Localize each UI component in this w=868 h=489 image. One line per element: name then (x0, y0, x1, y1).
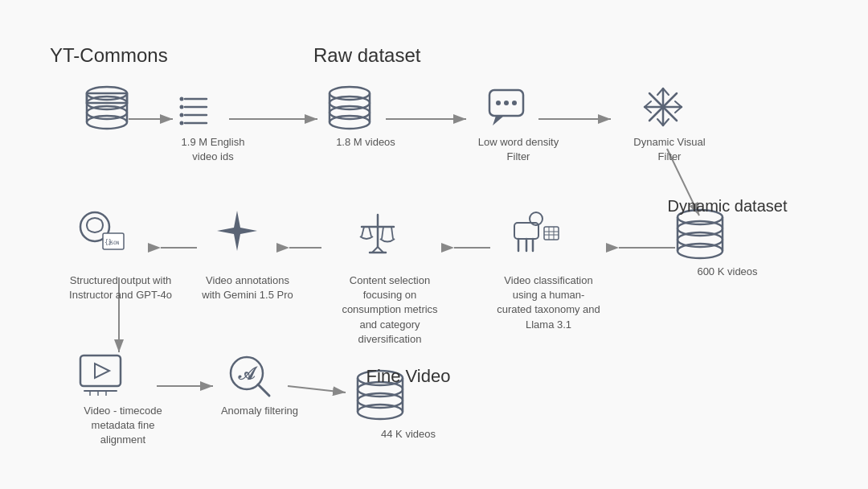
svg-rect-88 (544, 227, 559, 240)
svg-line-77 (369, 227, 371, 236)
svg-point-22 (87, 116, 127, 129)
svg-point-63 (678, 221, 723, 236)
svg-line-78 (382, 227, 383, 239)
svg-line-79 (391, 227, 393, 239)
diagram: {} JSON (0, 0, 868, 489)
svg-point-46 (504, 101, 509, 105)
anomaly-filtering-label: Anomaly filtering (215, 404, 304, 418)
svg-point-14 (87, 87, 127, 100)
svg-rect-15 (87, 93, 127, 103)
svg-line-81 (378, 247, 383, 253)
content-selection-label: Content selection focusing on consumptio… (338, 273, 442, 347)
svg-line-100 (258, 384, 269, 396)
svg-rect-83 (514, 223, 538, 239)
svg-marker-44 (493, 116, 504, 125)
video-timecode-label: Video - timecode metadata fine alignment (71, 404, 175, 448)
svg-point-66 (678, 232, 723, 247)
svg-point-40 (330, 116, 370, 129)
structured-output-label: Structured output with Instructor and GP… (64, 273, 177, 302)
dynamic-dataset-title: Dynamic dataset (667, 197, 788, 216)
svg-line-56 (645, 101, 651, 107)
svg-rect-43 (489, 90, 523, 116)
svg-text:𝒜: 𝒜 (238, 364, 258, 384)
video-ids-label: 1.9 M English video ids (169, 135, 257, 164)
svg-point-45 (496, 101, 501, 105)
svg-text:{}: {} (104, 239, 113, 246)
svg-point-84 (530, 212, 542, 225)
svg-line-53 (663, 88, 669, 95)
svg-point-69 (678, 244, 723, 258)
dynamic-db-label: 600 K videos (679, 264, 776, 279)
svg-line-58 (675, 101, 682, 107)
svg-point-99 (231, 357, 263, 389)
svg-rect-71 (103, 233, 124, 249)
svg-point-18 (87, 97, 127, 109)
svg-line-51 (649, 93, 677, 121)
svg-line-55 (663, 119, 669, 125)
svg-line-57 (645, 107, 651, 113)
svg-point-36 (330, 97, 370, 109)
svg-point-19 (87, 106, 127, 119)
svg-point-33 (330, 87, 370, 100)
fine-video-title: Fine Video (360, 366, 457, 387)
fine-video-section: Fine Video (360, 366, 457, 387)
video-classification-label: Video classification using a human-curat… (494, 273, 603, 332)
svg-line-76 (362, 227, 364, 236)
svg-text:JSON: JSON (108, 240, 120, 245)
svg-line-50 (649, 93, 677, 121)
video-annotations-label: Video annotations with Gemini 1.5 Pro (199, 273, 296, 302)
fine-video-count: 44 K videos (372, 426, 444, 442)
svg-line-13 (288, 386, 346, 392)
svg-line-80 (372, 247, 378, 253)
svg-point-26 (180, 97, 184, 101)
svg-point-47 (512, 101, 517, 105)
svg-line-54 (657, 119, 663, 125)
low-word-filter-label: Low word density Filter (474, 135, 563, 164)
svg-point-37 (330, 106, 370, 119)
svg-rect-93 (80, 355, 121, 386)
dynamic-dataset-section: Dynamic dataset (667, 197, 788, 216)
raw-dataset-title: Raw dataset (313, 44, 420, 67)
yt-commons-title: YT-Commons (50, 44, 168, 67)
svg-marker-94 (95, 364, 109, 378)
raw-db-label: 1.8 M videos (326, 135, 406, 150)
svg-point-70 (80, 212, 109, 241)
svg-point-28 (180, 105, 184, 109)
dynamic-visual-filter-label: Dynamic Visual Filter (625, 135, 714, 164)
svg-point-111 (358, 405, 403, 419)
svg-point-30 (180, 113, 184, 117)
svg-point-108 (358, 393, 403, 408)
svg-line-52 (657, 88, 663, 95)
svg-point-32 (180, 121, 184, 125)
svg-line-59 (675, 107, 682, 113)
